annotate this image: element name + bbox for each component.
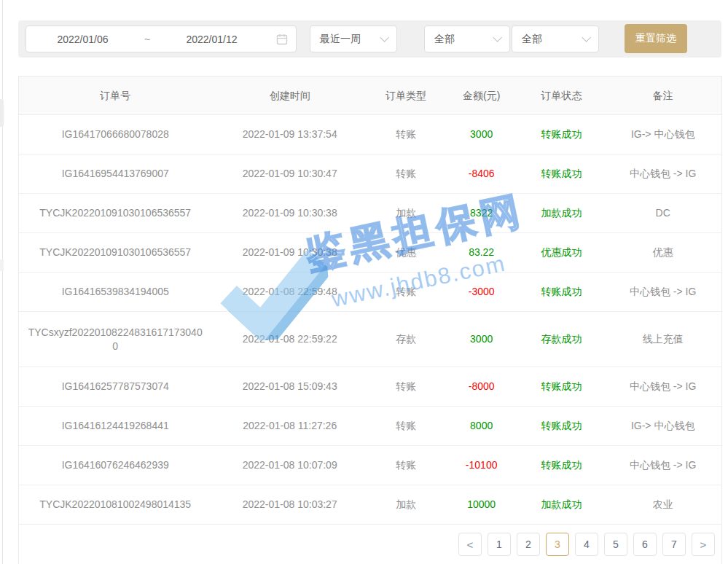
cell-amount: -8000 — [445, 380, 519, 393]
table-row: IG16416954413769007 2022-01-09 10:30:47 … — [19, 154, 721, 194]
cell-order-type: 转账 — [368, 167, 445, 181]
cell-created-time: 2022-01-08 22:59:48 — [211, 285, 368, 299]
cell-order-number: IG16417066680078028 — [19, 128, 211, 141]
table-row: IG16416539834194005 2022-01-08 22:59:48 … — [19, 273, 721, 312]
cell-order-status: 加款成功 — [519, 206, 605, 220]
column-header: 订单类型 — [368, 89, 445, 103]
table-row: TYCJK202201081002498014135 2022-01-08 10… — [19, 485, 721, 525]
order-type-value: 全部 — [434, 33, 493, 46]
table-row: TYCJK202201091030106536557 2022-01-09 10… — [19, 233, 721, 273]
table-row: IG16417066680078028 2022-01-09 13:37:54 … — [19, 115, 721, 154]
chevron-down-icon — [380, 33, 389, 42]
cell-order-type: 转账 — [368, 419, 445, 433]
cell-order-number: IG16416076246462939 — [19, 458, 211, 472]
date-separator: ~ — [139, 34, 155, 45]
cell-amount: 8322 — [445, 206, 519, 220]
table-row: TYCJK202201091030106536557 2022-01-09 10… — [19, 194, 721, 233]
order-status-select[interactable]: 全部 — [512, 26, 599, 52]
chevron-down-icon — [493, 33, 502, 42]
prev-page-button[interactable]: < — [458, 533, 482, 556]
cell-order-status: 加款成功 — [519, 498, 605, 512]
cell-note: DC — [604, 206, 721, 220]
page-button[interactable]: 3 — [546, 533, 569, 556]
page-button[interactable]: 1 — [488, 533, 511, 556]
page-button[interactable]: 6 — [633, 533, 657, 556]
cell-created-time: 2022-01-08 11:27:26 — [211, 419, 368, 433]
table-row: IG16416076246462939 2022-01-08 10:07:09 … — [19, 446, 721, 485]
cell-created-time: 2022-01-08 10:03:27 — [211, 498, 368, 512]
cell-created-time: 2022-01-09 13:37:54 — [211, 128, 368, 141]
cell-created-time: 2022-01-09 10:30:38 — [211, 246, 368, 259]
cell-amount: 10000 — [445, 498, 519, 512]
cell-created-time: 2022-01-08 15:09:43 — [211, 380, 368, 393]
cell-order-status: 转账成功 — [519, 380, 605, 393]
left-edge-fragment — [0, 259, 4, 271]
page-button[interactable]: 7 — [662, 533, 686, 556]
cell-order-status: 转账成功 — [519, 285, 605, 299]
cell-order-type: 加款 — [368, 206, 445, 220]
left-edge-divider — [2, 0, 3, 564]
cell-amount: 3000 — [445, 128, 519, 141]
order-status-value: 全部 — [522, 33, 582, 46]
chevron-down-icon — [582, 33, 591, 42]
column-header: 订单状态 — [519, 89, 605, 103]
cell-order-number: TYCJK202201091030106536557 — [19, 246, 211, 259]
cell-order-number: TYCJK202201091030106536557 — [19, 206, 211, 220]
cell-amount: -10100 — [445, 458, 519, 472]
cell-note: 中心钱包 -> IG — [604, 285, 721, 299]
cell-created-time: 2022-01-08 22:59:22 — [211, 332, 368, 346]
date-range-picker[interactable]: 2022/01/06 ~ 2022/01/12 — [26, 26, 297, 52]
date-preset-select[interactable]: 最近一周 — [310, 26, 397, 52]
cell-created-time: 2022-01-09 10:30:38 — [211, 206, 368, 220]
cell-order-number: IG16416539834194005 — [19, 285, 211, 299]
column-header: 备注 — [604, 89, 721, 103]
cell-order-status: 转账成功 — [519, 167, 605, 181]
cell-amount: 83.22 — [445, 246, 519, 259]
pagination: < 1234567 > — [19, 525, 721, 564]
cell-note: 中心钱包 -> IG — [604, 167, 721, 181]
column-header: 金额(元) — [445, 89, 519, 103]
date-end-value[interactable]: 2022/01/12 — [155, 34, 268, 45]
cell-order-number: IG16416124419268441 — [19, 419, 211, 433]
cell-amount: 3000 — [445, 332, 519, 346]
cell-order-number: TYCJK202201081002498014135 — [19, 498, 211, 512]
page-button[interactable]: 4 — [575, 533, 598, 556]
cell-note: 农业 — [604, 498, 721, 512]
cell-order-number: IG16416257787573074 — [19, 380, 211, 393]
cell-order-type: 转账 — [368, 380, 445, 393]
page-button[interactable]: 5 — [604, 533, 627, 556]
cell-order-status: 转账成功 — [519, 458, 605, 472]
cell-created-time: 2022-01-08 10:07:09 — [211, 458, 368, 472]
cell-order-number: TYCsxyzf202201082248316171730400 — [19, 326, 211, 353]
cell-amount: -3000 — [445, 285, 519, 299]
cell-note: 中心钱包 -> IG — [604, 380, 721, 393]
cell-amount: -8406 — [445, 167, 519, 181]
cell-note: IG-> 中心钱包 — [604, 128, 721, 141]
filter-bar: 2022/01/06 ~ 2022/01/12 最近一周 全部 全部 — [18, 20, 721, 58]
cell-order-status: 转账成功 — [519, 128, 605, 141]
cell-note: 优惠 — [604, 246, 721, 259]
cell-order-status: 转账成功 — [519, 419, 605, 433]
cell-order-type: 存款 — [368, 332, 445, 346]
cell-order-type: 转账 — [368, 128, 445, 141]
cell-order-status: 存款成功 — [519, 332, 605, 346]
cell-order-number: IG16416954413769007 — [19, 167, 211, 181]
cell-note: 线上充值 — [604, 332, 721, 346]
date-start-value[interactable]: 2022/01/06 — [26, 34, 139, 45]
calendar-icon — [268, 34, 296, 45]
table-row: IG16416257787573074 2022-01-08 15:09:43 … — [19, 367, 721, 407]
orders-table: 订单号创建时间订单类型金额(元)订单状态备注 IG164170666800780… — [18, 76, 722, 564]
order-type-select[interactable]: 全部 — [424, 26, 510, 52]
cell-amount: 8000 — [445, 419, 519, 433]
next-page-button[interactable]: > — [692, 533, 715, 556]
cell-order-type: 加款 — [368, 498, 445, 512]
cell-created-time: 2022-01-09 10:30:47 — [211, 167, 368, 181]
table-row: IG16416124419268441 2022-01-08 11:27:26 … — [19, 407, 721, 446]
column-header: 创建时间 — [211, 89, 368, 103]
page-button[interactable]: 2 — [517, 533, 540, 556]
orders-page: 2022/01/06 ~ 2022/01/12 最近一周 全部 全部 — [0, 0, 728, 564]
left-edge-fragment — [0, 99, 4, 127]
reset-filters-button[interactable]: 重置筛选 — [625, 24, 687, 53]
table-body: IG16417066680078028 2022-01-09 13:37:54 … — [19, 115, 721, 525]
column-header: 订单号 — [19, 89, 211, 103]
